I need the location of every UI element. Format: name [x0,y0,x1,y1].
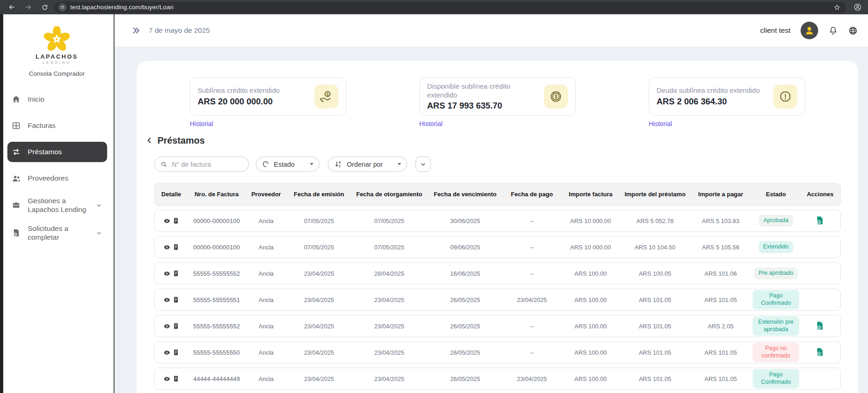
invoice-receipt-icon[interactable] [173,244,179,250]
column-header: Importe factura [561,191,621,198]
browser-back-icon[interactable] [5,1,18,13]
view-eye-icon[interactable] [163,323,170,330]
summary-card: Sublínea crédito extendido ARS 20 000 00… [190,77,346,116]
due-date: 26/05/2025 [427,375,503,382]
column-header: Nro. de Factura [188,191,246,198]
grant-date: 23/04/2025 [351,375,428,382]
view-eye-icon[interactable] [163,218,170,224]
loan-row: 00000-00000100 Ancla 07/05/2025 07/05/20… [154,236,841,258]
site-settings-icon[interactable] [58,3,66,12]
logo: LAPACHOS LENDING [0,14,114,65]
view-eye-icon[interactable] [163,244,170,251]
collapse-filters-button[interactable] [416,157,431,172]
invoice-amount: ARS 10 000.00 [561,244,621,251]
invoice-search-box[interactable] [154,157,249,172]
summary-card-value: ARS 17 993 635.70 [427,101,531,111]
historial-link[interactable]: Historial [190,120,213,127]
sidebar-item-facturas[interactable]: Facturas [7,115,107,136]
invoice-receipt-icon[interactable] [173,218,179,224]
browser-profile-icon[interactable] [851,3,863,12]
summary-card-label: Deuda sublínea crédito extendido [657,86,760,95]
sidebar-item-solicitudes-a-completar[interactable]: Solicitudes a completar [7,222,107,244]
pay-date: 23/04/2025 [503,375,561,382]
summary-card-value: ARS 20 000 000.00 [198,97,280,107]
column-header: Proveedor [245,191,287,198]
invoice-receipt-icon[interactable] [173,349,179,356]
chevron-down-icon [310,163,313,165]
grant-date: 23/04/2025 [351,349,428,356]
url-text[interactable]: test.lapachoslending.com/buyer/Loan [70,4,828,11]
view-eye-icon[interactable] [163,375,170,382]
estado-label: Estado [274,161,295,168]
grant-date: 28/04/2025 [351,270,428,277]
invoice-amount: ARS 100.00 [561,323,621,330]
payable-amount: ARS 5 105.56 [690,244,752,251]
grant-date: 23/04/2025 [351,323,428,330]
column-header: Fecha de emisión [287,191,351,198]
loan-row: 55555-55555552 Ancla 23/04/2025 28/04/20… [154,262,841,284]
browser-toolbar: test.lapachoslending.com/buyer/Loan [0,0,868,14]
invoice-receipt-icon[interactable] [173,270,179,277]
loan-amount: ARS 10 104.50 [621,244,690,251]
filters-row: Estado AZ Ordenar por [154,157,841,172]
sidebar-item-inicio[interactable]: Inicio [7,89,107,109]
view-eye-icon[interactable] [163,296,170,303]
pay-date: -- [503,218,561,224]
historial-link[interactable]: Historial [419,120,443,127]
sort-dropdown[interactable]: AZ Ordenar por [328,157,407,172]
sidebar-item-gestiones-a-lapachos-lending[interactable]: Gestiones a Lapachos Lending [7,194,107,216]
due-date: 26/05/2025 [427,349,503,356]
action-doc-check-icon[interactable] [816,321,824,330]
summary-card: Disponible sublínea crédito extendido AR… [419,77,576,116]
browser-address-bar[interactable]: test.lapachoslending.com/buyer/Loan [54,2,846,13]
browser-reload-icon[interactable] [38,1,52,13]
user-avatar[interactable] [801,22,818,39]
view-eye-icon[interactable] [163,349,170,356]
loan-row: 44444-44444449 Ancla 23/04/2025 23/04/20… [154,368,841,390]
table-header: DetalleNro. de FacturaProveedorFecha de … [154,183,841,206]
action-doc-check-icon[interactable] [816,216,824,225]
status-badge: Pago Confirmado [753,369,799,388]
issue-date: 07/05/2025 [287,244,351,251]
expand-sidebar-icon[interactable] [131,26,140,35]
home-icon [11,94,21,104]
loan-row: 55555-55555550 Ancla 23/04/2025 23/04/20… [154,341,841,363]
payable-amount: ARS 101.06 [690,270,752,277]
invoice-receipt-icon[interactable] [173,323,179,329]
page-title: Préstamos [157,135,205,146]
sidebar: LAPACHOS LENDING Consola Comprador Inici… [0,14,115,393]
status-circle-icon [262,160,270,168]
issue-date: 07/05/2025 [287,218,351,224]
loan-row: 55555-55555552 Ancla 23/04/2025 23/04/20… [154,315,841,337]
invoice-number: 00000-00000100 [188,244,246,251]
loan-row: 00000-00000100 Ancla 07/05/2025 07/05/20… [154,210,841,232]
estado-filter-dropdown[interactable]: Estado [256,157,319,172]
column-header: Estado [752,191,800,198]
invoice-receipt-icon[interactable] [173,375,179,382]
notifications-bell-icon[interactable] [828,26,838,36]
provider: Ancla [245,244,287,251]
view-eye-icon[interactable] [163,270,170,277]
back-chevron-icon[interactable] [145,136,154,145]
issue-date: 23/04/2025 [287,323,351,330]
due-date: 30/06/2025 [427,218,503,224]
issue-date: 23/04/2025 [287,375,351,382]
loan-amount: ARS 5 052.78 [621,218,690,224]
bookmark-star-icon[interactable] [832,4,842,11]
historial-link[interactable]: Historial [649,120,672,127]
status-badge: Pre aprobado [754,267,798,279]
action-doc-check-icon[interactable] [816,347,824,357]
payable-amount: ARS 101.05 [690,375,752,382]
browser-forward-icon[interactable] [21,1,35,13]
issue-date: 23/04/2025 [287,270,351,277]
sidebar-item-préstamos[interactable]: Préstamos [7,142,107,162]
doc-check-icon [11,228,21,238]
invoice-number: 00000-00000100 [188,218,246,224]
provider: Ancla [245,323,287,330]
sidebar-item-proveedores[interactable]: Proveedores [7,168,107,188]
invoice-amount: ARS 100.00 [561,349,621,356]
logo-subtitle: LENDING [0,60,114,65]
search-input[interactable] [172,161,243,168]
language-globe-icon[interactable] [848,26,858,36]
invoice-receipt-icon[interactable] [173,296,179,303]
